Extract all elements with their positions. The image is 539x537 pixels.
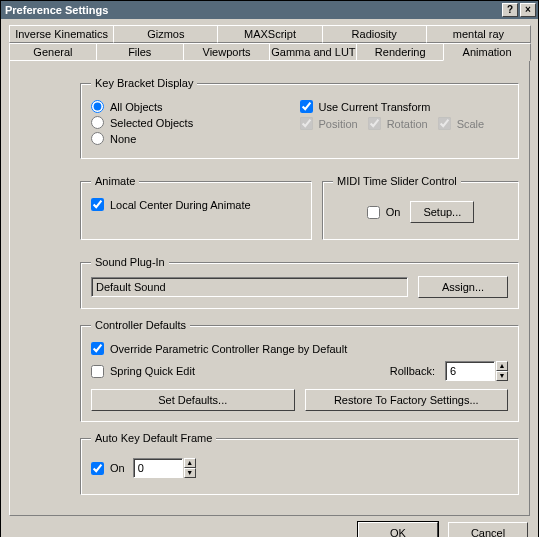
legend-key-bracket: Key Bracket Display	[91, 77, 197, 89]
checkbox-position	[300, 117, 313, 130]
radio-selected-objects[interactable]	[91, 116, 104, 129]
dialog-buttons: OK Cancel	[9, 516, 530, 537]
tab-gizmos[interactable]: Gizmos	[113, 25, 218, 43]
group-sound-plugin: Sound Plug-In Default Sound Assign...	[80, 256, 519, 309]
group-animate: Animate Local Center During Animate	[80, 175, 312, 240]
tab-maxscript[interactable]: MAXScript	[217, 25, 322, 43]
tab-inverse-kinematics[interactable]: Inverse Kinematics	[9, 25, 114, 43]
tab-radiosity[interactable]: Radiosity	[322, 25, 427, 43]
label-rollback: Rollback:	[390, 365, 435, 377]
button-cancel[interactable]: Cancel	[448, 522, 528, 537]
label-rotation: Rotation	[387, 118, 428, 130]
group-auto-key-default-frame: Auto Key Default Frame On ▲ ▼	[80, 432, 519, 495]
button-restore-factory[interactable]: Restore To Factory Settings...	[305, 389, 509, 411]
label-autokey-on: On	[110, 462, 125, 474]
button-ok[interactable]: OK	[358, 522, 438, 537]
close-button[interactable]: ×	[520, 3, 536, 17]
window-title: Preference Settings	[5, 4, 108, 16]
checkbox-use-current-transform[interactable]	[300, 100, 313, 113]
legend-animate: Animate	[91, 175, 139, 187]
label-position: Position	[319, 118, 358, 130]
checkbox-scale	[438, 117, 451, 130]
autokey-spin-down[interactable]: ▼	[184, 468, 196, 478]
input-autokey-frame[interactable]	[133, 458, 183, 478]
tab-body-animation: Key Bracket Display All Objects Selected…	[9, 60, 530, 516]
spinner-autokey-frame: ▲ ▼	[133, 458, 196, 478]
rollback-spin-up[interactable]: ▲	[496, 361, 508, 371]
label-all-objects: All Objects	[110, 101, 163, 113]
button-sound-assign[interactable]: Assign...	[418, 276, 508, 298]
tab-animation[interactable]: Animation	[443, 43, 531, 61]
titlebar: Preference Settings ? ×	[1, 1, 538, 19]
label-local-center: Local Center During Animate	[110, 199, 251, 211]
tabs-row-2: General Files Viewports Gamma and LUT Re…	[9, 43, 530, 61]
tab-files[interactable]: Files	[96, 43, 184, 61]
label-spring-quick-edit: Spring Quick Edit	[110, 365, 195, 377]
legend-midi: MIDI Time Slider Control	[333, 175, 461, 187]
tabs-row-1: Inverse Kinematics Gizmos MAXScript Radi…	[9, 25, 530, 43]
autokey-spin-up[interactable]: ▲	[184, 458, 196, 468]
button-midi-setup[interactable]: Setup...	[410, 201, 474, 223]
checkbox-override-controller-range[interactable]	[91, 342, 104, 355]
checkbox-midi-on[interactable]	[367, 206, 380, 219]
label-midi-on: On	[386, 206, 401, 218]
tab-mental-ray[interactable]: mental ray	[426, 25, 531, 43]
group-key-bracket-display: Key Bracket Display All Objects Selected…	[80, 77, 519, 159]
client-area: Inverse Kinematics Gizmos MAXScript Radi…	[1, 19, 538, 537]
rollback-spin-down[interactable]: ▼	[496, 371, 508, 381]
spinner-rollback: ▲ ▼	[445, 361, 508, 381]
checkbox-spring-quick-edit[interactable]	[91, 365, 104, 378]
input-rollback[interactable]	[445, 361, 495, 381]
legend-sound: Sound Plug-In	[91, 256, 169, 268]
label-selected-objects: Selected Objects	[110, 117, 193, 129]
label-scale: Scale	[457, 118, 485, 130]
label-use-current-transform: Use Current Transform	[319, 101, 431, 113]
help-button[interactable]: ?	[502, 3, 518, 17]
sound-plugin-value: Default Sound	[91, 277, 408, 297]
radio-all-objects[interactable]	[91, 100, 104, 113]
legend-autokey: Auto Key Default Frame	[91, 432, 216, 444]
tab-rendering[interactable]: Rendering	[356, 43, 444, 61]
tab-general[interactable]: General	[9, 43, 97, 61]
checkbox-autokey-on[interactable]	[91, 462, 104, 475]
tab-viewports[interactable]: Viewports	[183, 43, 271, 61]
label-override-controller-range: Override Parametric Controller Range by …	[110, 343, 347, 355]
checkbox-rotation	[368, 117, 381, 130]
label-none: None	[110, 133, 136, 145]
group-midi: MIDI Time Slider Control On Setup...	[322, 175, 519, 240]
checkbox-local-center[interactable]	[91, 198, 104, 211]
group-controller-defaults: Controller Defaults Override Parametric …	[80, 319, 519, 422]
radio-none[interactable]	[91, 132, 104, 145]
tab-gamma-lut[interactable]: Gamma and LUT	[269, 43, 357, 61]
legend-controller: Controller Defaults	[91, 319, 190, 331]
button-set-defaults[interactable]: Set Defaults...	[91, 389, 295, 411]
preference-settings-window: Preference Settings ? × Inverse Kinemati…	[0, 0, 539, 537]
